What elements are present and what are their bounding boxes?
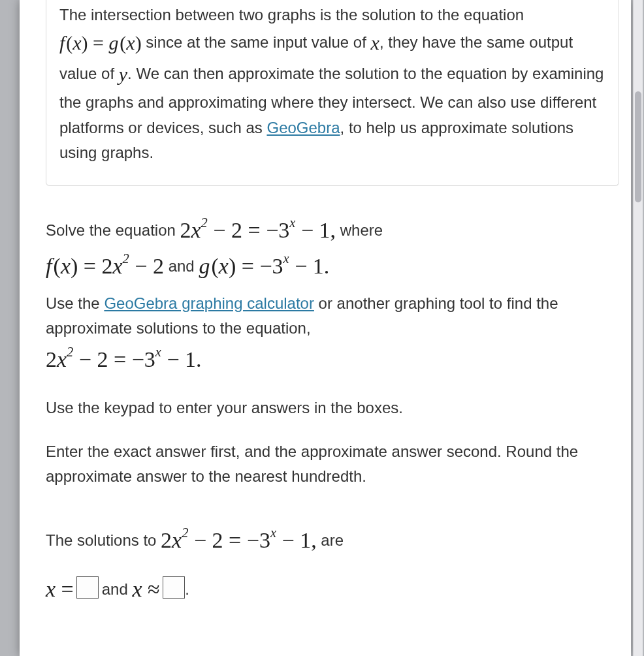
keypad-text: Use the keypad to enter your answers in … [46,396,619,420]
solutions-prefix: The solutions to [46,531,161,549]
exact-text: Enter the exact answer first, and the ap… [46,439,619,490]
solve-paragraph: Solve the equation 2x2 − 2 = −3x − 1, wh… [46,212,619,285]
use-prefix: Use the [46,294,104,312]
solve-prefix: Solve the equation [46,221,180,239]
geogebra-link-1[interactable]: GeoGebra [266,119,340,136]
intro-text-2: since at the same input value of [146,33,370,51]
math-x-equals: x = [46,577,74,602]
math-equation-2: 2x2 − 2 = −3x − 1. [46,341,202,378]
solutions-line: The solutions to 2x2 − 2 = −3x − 1, are [46,522,619,559]
math-gx: g (x) = −3x − 1. [199,248,329,285]
page-wrap: The intersection between two graphs is t… [0,0,644,656]
math-x-approx: x ≈ [132,577,159,602]
math-y: y [119,59,127,90]
geogebra-calc-link[interactable]: GeoGebra graphing calculator [104,294,314,312]
answer-input-exact[interactable] [76,576,99,599]
solve-and: and [169,258,199,275]
math-main-equation: 2x2 − 2 = −3x − 1, [180,212,336,249]
intro-text-1: The intersection between two graphs is t… [59,6,524,23]
document-sheet: The intersection between two graphs is t… [20,0,631,656]
answer-period: . [185,580,189,598]
solve-where: where [340,221,383,239]
intro-box: The intersection between two graphs is t… [46,0,619,186]
vertical-scrollbar[interactable] [633,0,643,656]
math-solution-eq: 2x2 − 2 = −3x − 1, [161,522,317,559]
math-fx-eq-gx: f (x) = g (x) [59,27,142,59]
answer-and: and [102,580,133,598]
math-x: x [371,27,379,59]
answer-row: x = and x ≈ . [46,576,619,602]
math-fx: f (x) = 2x2 − 2 [46,248,164,285]
keypad-paragraph: Use the keypad to enter your answers in … [46,396,619,420]
solutions-suffix: are [321,531,344,549]
scroll-thumb[interactable] [635,91,641,202]
exact-paragraph: Enter the exact answer first, and the ap… [46,439,619,490]
intro-paragraph: The intersection between two graphs is t… [59,3,605,166]
use-tool-paragraph: Use the GeoGebra graphing calculator or … [46,291,619,377]
answer-input-approx[interactable] [163,576,185,599]
intro-text-2c: . [127,65,136,82]
